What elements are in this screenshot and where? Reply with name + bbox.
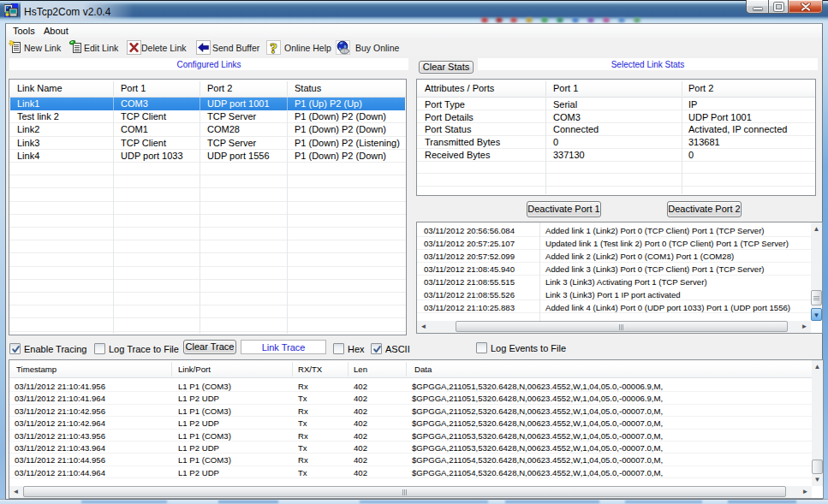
svg-text:?: ? (270, 40, 277, 55)
